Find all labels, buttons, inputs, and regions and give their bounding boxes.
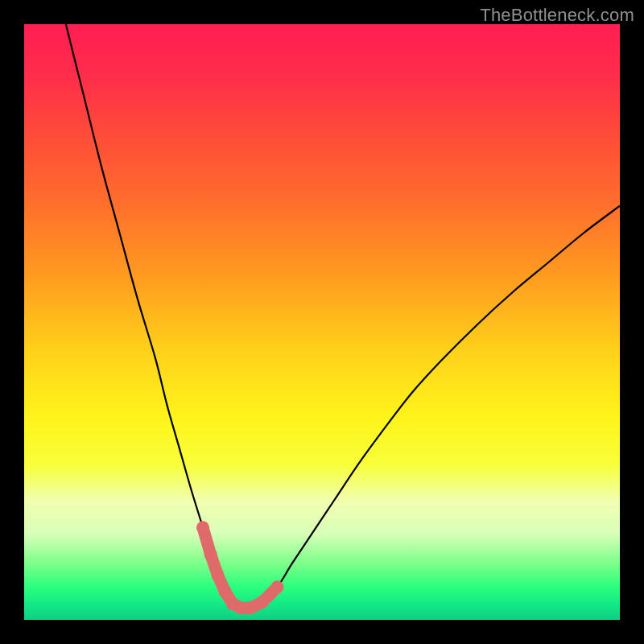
- highlight-dot: [256, 596, 269, 609]
- gradient-background: [24, 24, 620, 620]
- highlight-dot: [204, 548, 217, 561]
- highlight-dot: [196, 521, 209, 534]
- chart-svg: [24, 24, 620, 620]
- plot-area: [24, 24, 620, 620]
- highlight-dot: [244, 601, 257, 614]
- highlight-dot: [271, 580, 284, 593]
- chart-frame: TheBottleneck.com: [0, 0, 644, 644]
- watermark-text: TheBottleneck.com: [480, 5, 634, 26]
- highlight-dot: [212, 569, 225, 582]
- highlight-dot: [218, 584, 231, 597]
